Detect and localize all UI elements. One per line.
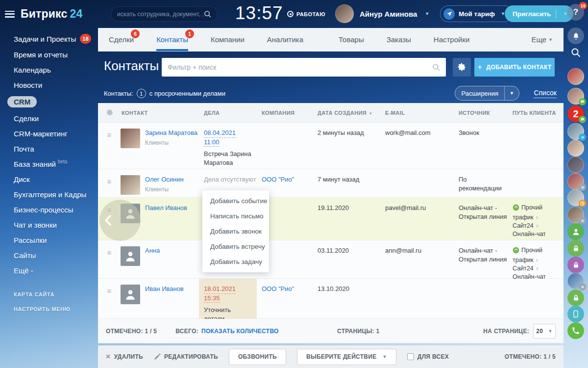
filter-search-input[interactable]: [168, 63, 432, 71]
sidebar-item-бизнес-процессы[interactable]: Бизнес-процессы: [0, 202, 98, 217]
rail-avatar[interactable]: [567, 189, 584, 206]
tablet-icon[interactable]: [567, 306, 584, 322]
sidebar-item-почта[interactable]: Почта: [0, 141, 98, 157]
checkbox-icon[interactable]: [407, 353, 414, 360]
tab-настройки[interactable]: Настройки: [434, 28, 470, 51]
sidebar-footer-link[interactable]: КАРТА САЙТА: [0, 287, 98, 302]
column-header-source[interactable]: ИСТОЧНИК: [458, 110, 512, 116]
search-icon[interactable]: [571, 48, 581, 59]
tab-аналитика[interactable]: Аналитика: [267, 28, 303, 51]
sidebar-item-сделки[interactable]: Сделки: [0, 111, 98, 126]
rail-avatar[interactable]: [567, 140, 584, 157]
filter-search[interactable]: [162, 58, 446, 77]
context-menu-item[interactable]: Добавить встречу: [202, 239, 269, 254]
counter-badge[interactable]: 1: [137, 89, 146, 98]
app-logo[interactable]: Битрикс24: [21, 7, 83, 21]
sidebar-footer-link[interactable]: НАСТРОИТЬ МЕНЮ: [0, 302, 98, 316]
table-row[interactable]: ≡Павел Иванов19.11.2020pavel@mail.ruОнла…: [98, 198, 564, 240]
sidebar-item-задачи-и-проекты[interactable]: Задачи и Проекты18: [0, 30, 98, 47]
rail-avatar[interactable]: [567, 273, 584, 289]
context-menu-item[interactable]: Добавить задачу: [202, 254, 269, 269]
sidebar-item-сайты[interactable]: Сайты: [0, 248, 98, 263]
column-header-created[interactable]: ДАТА СОЗДАНИЯ▼: [317, 110, 384, 116]
sidebar-item-бухгалтерия-и-кадры[interactable]: Бухгалтерия и Кадры: [0, 187, 98, 202]
context-menu-item[interactable]: Написать письмо: [202, 209, 269, 224]
my-tariff-button[interactable]: Мой тариф ▼: [440, 5, 513, 22]
sidebar-item-база-знаний[interactable]: База знанийbeta: [0, 157, 98, 172]
row-drag-handle[interactable]: ≡: [98, 123, 121, 171]
column-header-company[interactable]: КОМПАНИЯ: [261, 110, 317, 116]
table-row[interactable]: ≡Зарина МаратоваКлиенты08.04.202111:00Вс…: [98, 123, 564, 169]
context-menu-item[interactable]: Добавить событие: [202, 193, 269, 209]
column-header-email[interactable]: E-MAIL: [384, 110, 458, 116]
tab-компании[interactable]: Компании: [211, 28, 245, 51]
contact-name-link[interactable]: Павел Иванов: [145, 204, 187, 212]
tab-еще[interactable]: Еще▼: [532, 28, 553, 51]
sidebar-item-чат-и-звонки[interactable]: Чат и звонки: [0, 217, 98, 233]
edit-button[interactable]: РЕДАКТИРОВАТЬ: [154, 353, 218, 360]
column-header-client-path[interactable]: ПУТЬ КЛИЕНТА: [512, 110, 564, 116]
column-header-contact[interactable]: КОНТАКТ: [121, 110, 203, 116]
rail-avatar[interactable]: [567, 173, 584, 190]
table-row[interactable]: ≡Иван Иванов18.01.202115:35Уточнить дета…: [98, 279, 564, 319]
sidebar-item-crm[interactable]: CRM: [0, 93, 98, 111]
rail-avatar[interactable]: [567, 68, 584, 85]
company-link[interactable]: ООО "Рио": [262, 176, 294, 183]
show-count-link[interactable]: ПОКАЗАТЬ КОЛИЧЕСТВО: [201, 328, 279, 335]
global-search[interactable]: [111, 6, 218, 22]
row-drag-handle[interactable]: ≡: [98, 240, 121, 285]
table-row[interactable]: ≡Олег ОсининКлиентыДела отсутствуютООО "…: [98, 169, 564, 198]
choose-action-button[interactable]: ВЫБЕРИТЕ ДЕЙСТВИЕ▼: [297, 349, 396, 365]
context-menu-item[interactable]: Добавить звонок: [202, 224, 269, 239]
contact-name-link[interactable]: Анна: [145, 246, 160, 255]
sidebar-item-диск[interactable]: Диск: [0, 172, 98, 187]
column-header-activities[interactable]: ДЕЛА: [203, 110, 261, 116]
tab-контакты[interactable]: Контакты1: [156, 28, 188, 51]
for-all-checkbox[interactable]: ДЛЯ ВСЕХ: [407, 353, 449, 360]
table-row[interactable]: ≡Анна03.11.2020ann@mail.ruОнлайн-чат - О…: [98, 240, 564, 279]
rail-avatar[interactable]: [567, 123, 584, 140]
rail-avatar[interactable]: [567, 157, 584, 173]
person-icon[interactable]: [567, 223, 584, 240]
call-button[interactable]: ОБЗВОНИТЬ: [229, 349, 286, 365]
user-menu[interactable]: Айнур Аминова ▼: [335, 4, 429, 23]
phone-icon[interactable]: [567, 322, 584, 339]
row-drag-handle[interactable]: ≡: [98, 169, 121, 199]
sidebar-item-время-и-отчеты[interactable]: Время и отчеты: [0, 47, 98, 62]
activity-date-link[interactable]: 08.04.202111:00: [204, 129, 257, 147]
menu-burger-icon[interactable]: [5, 11, 15, 18]
contact-name-link[interactable]: Зарина Маратова: [145, 129, 197, 137]
collapse-panel-handle[interactable]: [99, 200, 141, 241]
global-search-input[interactable]: [117, 11, 204, 18]
rail-avatar[interactable]: [567, 207, 584, 223]
settings-gear-button[interactable]: [453, 58, 471, 77]
sidebar-item-календарь[interactable]: Календарь: [0, 62, 98, 78]
sidebar-item-рассылки[interactable]: Рассылки: [0, 233, 98, 248]
sidebar-item-новости[interactable]: Новости: [0, 78, 98, 93]
clock-time[interactable]: 13:57: [235, 3, 283, 24]
lock-icon[interactable]: [567, 240, 584, 257]
rail-item[interactable]: 2: [567, 105, 584, 122]
extensions-button[interactable]: Расширения ▼: [455, 86, 519, 101]
work-status[interactable]: РАБОТАЮ: [287, 11, 325, 17]
contact-name-link[interactable]: Иван Иванов: [145, 285, 184, 293]
lock-icon[interactable]: [567, 257, 584, 273]
client-path-link[interactable]: Онлайн-чат: [513, 231, 546, 237]
per-page-select[interactable]: 20▼: [533, 324, 556, 339]
sidebar-item-ещ-[interactable]: Ещё -: [0, 263, 98, 278]
sidebar-item-crm-маркетинг[interactable]: CRM-маркетинг: [0, 126, 98, 141]
delete-button[interactable]: × УДАЛИТЬ: [106, 352, 143, 361]
question-icon[interactable]: ?15: [567, 4, 584, 21]
tab-сделки[interactable]: Сделки6: [109, 28, 134, 51]
rail-avatar[interactable]: [567, 88, 584, 105]
client-path-link[interactable]: Сайт24: [513, 265, 534, 272]
header-gear-button[interactable]: [98, 109, 121, 116]
activity-date-link[interactable]: 18.01.202115:35: [204, 285, 253, 303]
tab-товары[interactable]: Товары: [339, 28, 364, 51]
contact-name-link[interactable]: Олег Осинин: [145, 175, 184, 184]
view-list-link[interactable]: Список: [534, 89, 557, 98]
tab-заказы[interactable]: Заказы: [387, 28, 411, 51]
client-path-link[interactable]: Сайт24: [513, 222, 534, 229]
bell-icon[interactable]: [567, 27, 584, 44]
add-contact-button[interactable]: + ДОБАВИТЬ КОНТАКТ: [474, 58, 555, 77]
